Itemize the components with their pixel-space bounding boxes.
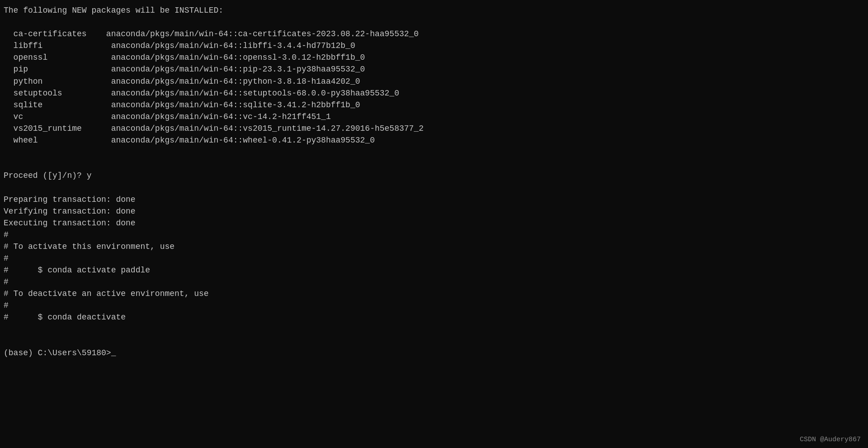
terminal-line-proceed: Proceed ([y]/n)? y xyxy=(4,170,864,181)
terminal-line-pkg9: vs2015_runtime anaconda/pkgs/main/win-64… xyxy=(4,123,864,134)
terminal-line-blank3 xyxy=(4,158,864,170)
terminal-line-blank5 xyxy=(4,324,864,335)
terminal-line-deactivate_cmd: # $ conda deactivate xyxy=(4,311,864,323)
terminal-line-activate_info: # To activate this environment, use xyxy=(4,241,864,253)
terminal-line-blank1 xyxy=(4,16,864,28)
terminal-line-hash4: # xyxy=(4,300,864,311)
terminal-line-exec: Executing transaction: done xyxy=(4,217,864,229)
terminal-line-pkg10: wheel anaconda/pkgs/main/win-64::wheel-0… xyxy=(4,134,864,146)
terminal-line-verify: Verifying transaction: done xyxy=(4,205,864,217)
terminal-line-pkg2: libffi anaconda/pkgs/main/win-64::libffi… xyxy=(4,40,864,52)
terminal-line-pkg5: python anaconda/pkgs/main/win-64::python… xyxy=(4,76,864,87)
watermark: CSDN @Audery867 xyxy=(800,436,861,443)
terminal-line-pkg3: openssl anaconda/pkgs/main/win-64::opens… xyxy=(4,52,864,63)
terminal-output: The following NEW packages will be INSTA… xyxy=(4,5,864,359)
terminal-line-pkg6: setuptools anaconda/pkgs/main/win-64::se… xyxy=(4,87,864,99)
terminal-line-hash1: # xyxy=(4,229,864,241)
terminal-line-hash2: # xyxy=(4,253,864,264)
terminal-line-pkg4: pip anaconda/pkgs/main/win-64::pip-23.3.… xyxy=(4,63,864,75)
terminal-line-blank6 xyxy=(4,335,864,347)
terminal-line-deactivate_info: # To deactivate an active environment, u… xyxy=(4,288,864,300)
terminal-line-pkg7: sqlite anaconda/pkgs/main/win-64::sqlite… xyxy=(4,99,864,111)
terminal-line-hash3: # xyxy=(4,276,864,288)
terminal-line-activate_cmd: # $ conda activate paddle xyxy=(4,264,864,276)
terminal-line-prompt: (base) C:\Users\59180>_ xyxy=(4,347,864,359)
terminal-line-pkg1: ca-certificates anaconda/pkgs/main/win-6… xyxy=(4,28,864,40)
terminal-line-blank2 xyxy=(4,146,864,158)
terminal-window: The following NEW packages will be INSTA… xyxy=(0,0,868,448)
terminal-line-blank4 xyxy=(4,181,864,193)
terminal-line-prep: Preparing transaction: done xyxy=(4,194,864,205)
terminal-line-pkg8: vc anaconda/pkgs/main/win-64::vc-14.2-h2… xyxy=(4,111,864,123)
terminal-line-header: The following NEW packages will be INSTA… xyxy=(4,5,864,16)
